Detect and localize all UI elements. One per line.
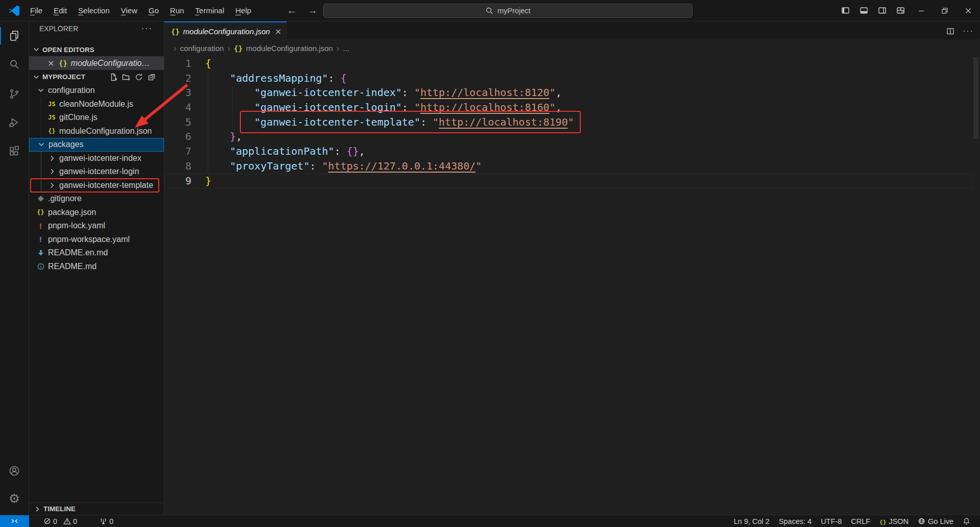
json-icon: {} <box>35 209 46 215</box>
source-control-icon[interactable] <box>0 82 29 106</box>
remote-indicator[interactable] <box>0 515 29 527</box>
open-editor-item[interactable]: {} moduleConfiguration.json <box>29 56 164 70</box>
tree-item[interactable]: README.md <box>29 260 164 274</box>
editor-group: {} moduleConfiguration.json ··· › config… <box>164 21 980 515</box>
line-number[interactable]: 1 <box>164 56 191 71</box>
code-line[interactable]: 8 "proxyTarget": "https://127.0.0.1:4438… <box>164 159 980 174</box>
breadcrumb: › configuration › {} moduleConfiguration… <box>164 40 980 56</box>
git-icon <box>35 195 46 203</box>
code-line[interactable]: 2 "addressMapping": { <box>164 71 980 86</box>
collapse-all-icon[interactable] <box>148 73 156 81</box>
close-button[interactable] <box>957 0 980 21</box>
tab-moduleconfiguration[interactable]: {} moduleConfiguration.json <box>164 21 287 40</box>
explorer-icon[interactable] <box>0 24 29 47</box>
menu-item[interactable]: Go <box>143 0 164 21</box>
chevron-right-icon <box>46 154 57 162</box>
tree-item[interactable]: ! pnpm-workspace.yaml <box>29 233 164 247</box>
status-item[interactable]: {} JSON <box>879 517 909 525</box>
breadcrumb-item[interactable]: › configuration <box>174 43 224 54</box>
menu-item[interactable]: Selection <box>72 0 115 21</box>
line-number[interactable]: 2 <box>164 71 191 86</box>
status-item[interactable] <box>963 517 973 525</box>
customize-layout-icon[interactable] <box>891 0 910 21</box>
tree-item[interactable]: JS gitClone.js <box>29 111 164 125</box>
project-section-header[interactable]: MYPROJECT <box>29 70 164 84</box>
tree-item[interactable]: JS cleanNodeModule.js <box>29 98 164 111</box>
excl-pink-icon: ! <box>35 222 46 230</box>
minimize-button[interactable] <box>910 0 933 21</box>
tree-item[interactable]: ganwei-iotcenter-login <box>29 165 164 179</box>
ports-status[interactable]: 0 <box>100 517 113 525</box>
line-number[interactable]: 7 <box>164 144 191 159</box>
toggle-secondary-sidebar-icon[interactable] <box>873 0 891 21</box>
code-line[interactable]: 4 "ganwei-iotcenter-login": "http://loca… <box>164 100 980 115</box>
menu-item[interactable]: Terminal <box>190 0 230 21</box>
status-item[interactable]: Spaces: 4 <box>779 517 812 525</box>
line-number[interactable]: 9 <box>164 174 191 188</box>
split-editor-icon[interactable] <box>946 27 954 35</box>
code-line[interactable]: 6 }, <box>164 129 980 144</box>
open-editors-section[interactable]: OPEN EDITORS <box>29 43 164 56</box>
menu-item[interactable]: View <box>115 0 143 21</box>
code-line[interactable]: 1 { <box>164 56 980 71</box>
line-number[interactable]: 5 <box>164 115 191 130</box>
toggle-primary-sidebar-icon[interactable] <box>836 0 854 21</box>
more-actions-icon[interactable]: ··· <box>963 27 974 36</box>
tree-item[interactable]: configuration <box>29 84 164 98</box>
command-center-search[interactable]: myProject <box>323 4 693 18</box>
code-line[interactable]: 3 "ganwei-iotcenter-index": "http://loca… <box>164 85 980 100</box>
menu-item[interactable]: Run <box>164 0 190 21</box>
new-folder-icon[interactable] <box>122 73 130 81</box>
back-arrow-icon[interactable]: ← <box>287 5 297 16</box>
menu-item[interactable]: Edit <box>48 0 72 21</box>
code-line-text: "addressMapping": { <box>191 71 347 86</box>
warnings-icon <box>63 517 71 525</box>
code-line[interactable]: 9 } <box>164 174 980 188</box>
line-number[interactable]: 8 <box>164 159 191 174</box>
search-sidebar-icon[interactable] <box>0 53 29 76</box>
timeline-section[interactable]: TIMELINE <box>29 502 164 515</box>
tree-item[interactable]: {} package.json <box>29 206 164 220</box>
code-line[interactable]: 5 "ganwei-iotcenter-template": "http://l… <box>164 115 980 130</box>
breadcrumb-separator: › <box>174 43 177 54</box>
toggle-panel-icon[interactable] <box>854 0 873 21</box>
account-icon[interactable] <box>0 459 29 483</box>
more-actions-icon[interactable]: ··· <box>141 24 153 33</box>
tree-item[interactable]: {} moduleConfiguration.json <box>29 125 164 138</box>
sidebar-header: EXPLORER ··· <box>29 21 164 36</box>
editor-scrollbar[interactable] <box>973 57 978 139</box>
restore-button[interactable] <box>933 0 957 21</box>
status-item[interactable]: Ln 9, Col 2 <box>733 517 769 525</box>
settings-gear-icon[interactable]: ⚙ <box>0 487 29 510</box>
line-number[interactable]: 3 <box>164 85 191 100</box>
line-number[interactable]: 4 <box>164 100 191 115</box>
code-line-text: "ganwei-iotcenter-template": "http://loc… <box>191 115 574 130</box>
menu-item[interactable]: Help <box>230 0 257 21</box>
chevron-down-icon <box>35 86 46 94</box>
new-file-icon[interactable] <box>109 73 117 81</box>
run-debug-icon[interactable] <box>0 111 29 134</box>
tree-item[interactable]: ! pnpm-lock.yaml <box>29 219 164 233</box>
tree-item[interactable]: ganwei-iotcenter-template <box>29 179 164 193</box>
forward-arrow-icon[interactable]: → <box>308 5 317 16</box>
code-line[interactable]: 7 "applicationPath": {}, <box>164 144 980 159</box>
activity-bar: ⚙ <box>0 21 29 515</box>
line-number[interactable]: 6 <box>164 129 191 144</box>
close-icon[interactable] <box>47 59 55 67</box>
breadcrumb-item[interactable]: › ... <box>336 43 349 54</box>
extensions-icon[interactable] <box>0 139 29 163</box>
menu-item[interactable]: File <box>24 0 48 21</box>
globe-icon <box>918 517 925 525</box>
tab-bar: {} moduleConfiguration.json ··· <box>164 21 980 40</box>
refresh-icon[interactable] <box>135 73 143 81</box>
tree-item[interactable]: packages <box>29 138 164 152</box>
status-item[interactable]: CRLF <box>851 517 870 525</box>
problems-status[interactable]: 0 0 <box>43 517 77 525</box>
status-item[interactable]: Go Live <box>918 517 953 525</box>
breadcrumb-item[interactable]: › {} moduleConfiguration.json <box>228 43 333 54</box>
tree-item[interactable]: ganwei-iotcenter-index <box>29 152 164 165</box>
tree-item[interactable]: .gitignore <box>29 192 164 206</box>
close-tab-icon[interactable] <box>274 28 282 36</box>
status-item[interactable]: UTF-8 <box>821 517 842 525</box>
tree-item[interactable]: README.en.md <box>29 246 164 260</box>
